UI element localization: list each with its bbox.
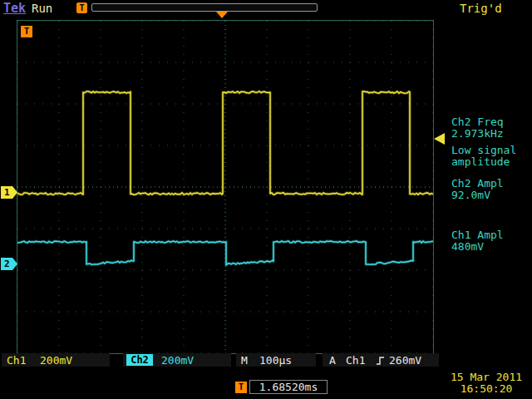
meas-ch1-ampl-value: 480mV xyxy=(451,240,484,253)
timebase-label: M xyxy=(241,354,248,367)
ch2-label-badge: Ch2 xyxy=(126,354,153,366)
trigger-position-badge: T xyxy=(235,382,247,393)
trigger-status: Trig'd xyxy=(460,2,502,15)
ch1-ground-marker: 1 xyxy=(1,186,17,199)
trigger-corner-badge: T xyxy=(21,26,32,37)
ch2-scale: 200mV xyxy=(161,354,194,367)
meas-ch2-ampl-title: Ch2 Ampl xyxy=(451,177,504,190)
brand-logo: Tek xyxy=(3,1,26,16)
trigger-position-value: 1.68520ms xyxy=(249,380,328,394)
meas-warning-line1: Low signal xyxy=(451,144,516,156)
meas-ch2-ampl-value: 92.0mV xyxy=(451,189,490,201)
timebase-scale: 100µs xyxy=(259,354,292,367)
trigger-position-icon xyxy=(216,12,228,18)
ch1-scale: 200mV xyxy=(40,354,72,367)
ch2-ground-marker: 2 xyxy=(1,258,17,270)
scope-display: T xyxy=(17,20,434,354)
meas-ch2-freq-value: 2.973kHz xyxy=(451,127,504,140)
trigger-level: 260mV xyxy=(389,354,421,367)
time-text: 16:50:20 xyxy=(444,382,529,395)
acquisition-status: Run xyxy=(32,2,52,15)
record-position-bar xyxy=(91,3,318,12)
trigger-mode: A xyxy=(329,354,336,367)
trigger-badge-icon: T xyxy=(76,2,87,13)
date-text: 15 Mar 2011 xyxy=(444,371,529,383)
meas-ch2-freq-title: Ch2 Freq xyxy=(451,116,504,128)
trigger-source: Ch1 xyxy=(346,354,365,367)
meas-ch1-ampl-title: Ch1 Ampl xyxy=(451,229,504,241)
trigger-level-arrow-icon xyxy=(434,133,445,145)
oscilloscope-screen: Tek Run T Trig'd T 1 2 Ch2 Freq 2.973kHz… xyxy=(0,0,532,399)
waveform-plot xyxy=(17,21,433,353)
rising-edge-icon xyxy=(376,356,386,366)
ch1-label: Ch1 xyxy=(7,354,26,367)
meas-warning-line2: amplitude xyxy=(451,155,510,168)
